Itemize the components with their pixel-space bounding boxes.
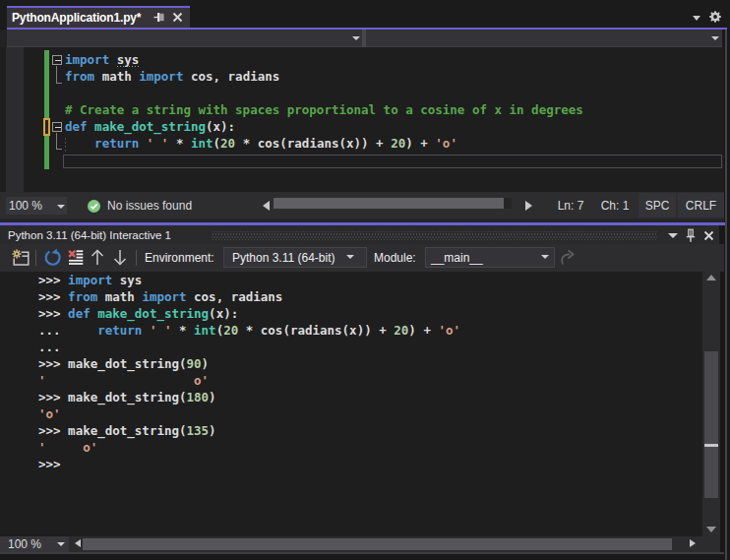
interactive-hscrollbar-strip: 100 % <box>0 536 720 552</box>
environment-window-icon[interactable] <box>12 249 30 267</box>
history-previous-icon[interactable] <box>90 248 105 267</box>
code-token: * <box>168 136 191 151</box>
code-token <box>88 119 95 134</box>
fold-toggle-import-icon[interactable] <box>52 55 62 65</box>
members-dropdown-chevron-icon[interactable] <box>711 36 719 40</box>
clear-screen-icon[interactable] <box>65 248 85 267</box>
status-line-ending[interactable]: CRLF <box>678 193 724 218</box>
code-line: ' o' <box>38 372 460 389</box>
code-token: (x): <box>209 306 238 321</box>
code-token: 90 <box>187 356 202 371</box>
module-combo-chevron-icon[interactable] <box>541 255 549 259</box>
interactive-zoom-value: 100 % <box>0 537 41 551</box>
send-to-interactive-icon[interactable] <box>559 247 578 265</box>
code-token: 135 <box>187 423 210 438</box>
code-token: make_dot_string <box>94 119 206 134</box>
code-token: make_dot_string( <box>68 390 186 404</box>
interactive-window-titlebar[interactable]: Python 3.11 (64-bit) Interactive 1 <box>0 225 719 244</box>
code-token: make_dot_string <box>97 306 209 321</box>
code-token: 'o' <box>38 406 61 421</box>
types-dropdown-chevron-icon[interactable] <box>352 36 360 40</box>
code-token: >>> <box>38 289 68 304</box>
interactive-output-area[interactable]: >>> import sys>>> from math import cos, … <box>0 272 702 536</box>
interactive-zoom-chevron-icon[interactable] <box>57 542 65 546</box>
code-token: # Create a string with spaces proportion… <box>65 102 583 117</box>
code-token: ' o' <box>38 373 209 388</box>
code-line: return ' ' * int(20 * cos(radians(x)) + … <box>65 135 583 152</box>
tab-close-icon[interactable] <box>172 12 183 23</box>
code-line: >>> def make_dot_string(x): <box>38 305 460 322</box>
code-token: ) <box>209 423 216 438</box>
track-changes-unsaved-marker <box>43 118 50 136</box>
code-token <box>139 136 147 151</box>
editor-hscroll-right-arrow-icon[interactable] <box>525 201 532 211</box>
document-tab-strip: PythonApplication1.py* <box>0 0 730 28</box>
vscroll-up-arrow-icon[interactable] <box>706 275 716 280</box>
code-token: * <box>171 323 194 338</box>
editor-hscroll-left-arrow-icon[interactable] <box>263 201 270 211</box>
interactive-vscrollbar[interactable] <box>702 272 720 536</box>
code-token: make_dot_string( <box>68 423 186 438</box>
code-token: sys <box>112 273 142 287</box>
code-line: >>> import sys <box>38 272 460 288</box>
code-line: >>> make_dot_string(180) <box>38 389 460 405</box>
status-space-mode[interactable]: SPC <box>639 193 676 218</box>
vscroll-thumb[interactable] <box>704 351 718 498</box>
editor-options-gear-icon[interactable] <box>709 11 721 23</box>
code-token: def <box>68 306 91 321</box>
vscroll-caret-marker <box>704 444 718 447</box>
editor-zoom-chevron-icon[interactable] <box>57 205 65 209</box>
editor-code-area[interactable]: import sysfrom math import cos, radians … <box>65 51 583 168</box>
interactive-window-title: Python 3.11 (64-bit) Interactive 1 <box>8 229 171 241</box>
code-token: cos, radians <box>187 289 283 304</box>
code-token: >>> <box>38 457 61 471</box>
editor-hscroll-thumb[interactable] <box>274 198 504 209</box>
window-close-icon[interactable] <box>702 229 715 242</box>
interactive-hscroll-right-arrow-icon[interactable] <box>690 539 696 547</box>
code-token: ' ' <box>147 136 169 151</box>
interactive-hscroll-left-arrow-icon[interactable] <box>75 539 81 547</box>
fold-guide-import-end <box>56 83 62 84</box>
document-list-chevron-icon[interactable] <box>693 16 700 21</box>
tab-pin-icon[interactable] <box>153 12 165 23</box>
interactive-hscroll-thumb[interactable] <box>83 538 672 550</box>
code-token: make_dot_string( <box>68 356 186 371</box>
history-next-icon[interactable] <box>112 248 128 267</box>
code-token <box>65 136 94 151</box>
code-line: >>> make_dot_string(135) <box>38 422 460 439</box>
vscroll-down-arrow-icon[interactable] <box>706 527 716 532</box>
code-token: 20 <box>223 323 238 338</box>
module-combobox[interactable]: __main__ <box>425 247 555 268</box>
issues-status-text: No issues found <box>107 193 192 218</box>
reset-interactive-icon[interactable] <box>43 248 62 267</box>
fold-guide-def-end <box>56 149 62 150</box>
code-token <box>109 52 117 67</box>
code-token: math <box>97 289 142 304</box>
code-token: def <box>65 119 88 134</box>
window-right-border <box>725 30 727 560</box>
fold-toggle-def-icon[interactable] <box>52 122 62 132</box>
code-line: ' o' <box>38 439 460 456</box>
environment-label: Environment: <box>145 251 214 265</box>
code-token: import <box>139 69 183 84</box>
code-token: >>> <box>38 273 68 287</box>
tab-title: PythonApplication1.py* <box>7 11 141 25</box>
no-issues-check-icon <box>88 200 100 213</box>
track-changes-saved-bar <box>44 50 49 169</box>
window-position-chevron-icon[interactable] <box>668 233 678 238</box>
code-token: ' ' <box>150 323 172 338</box>
module-label: Module: <box>374 251 416 265</box>
window-pin-icon[interactable] <box>685 228 697 243</box>
code-line: # Create a string with spaces proportion… <box>65 101 583 118</box>
code-token: 20 <box>220 136 235 151</box>
code-editor[interactable]: import sysfrom math import cos, radians … <box>0 47 724 192</box>
environment-combo-chevron-icon[interactable] <box>346 255 354 259</box>
code-line: import sys <box>65 51 583 68</box>
code-token: 'o' <box>438 323 460 338</box>
code-token: 20 <box>394 323 408 338</box>
code-token: 20 <box>391 136 405 151</box>
editor-hscrollbar[interactable] <box>274 198 512 209</box>
code-token: int <box>191 136 213 151</box>
code-token: import <box>65 52 109 67</box>
navbar-divider <box>362 30 366 47</box>
